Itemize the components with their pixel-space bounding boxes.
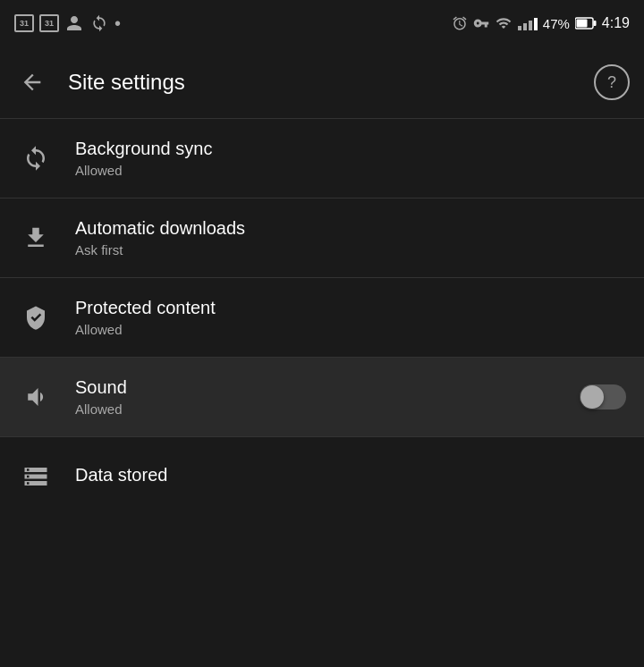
- settings-item-protected-content[interactable]: Protected content Allowed: [0, 278, 644, 357]
- wifi-icon: [495, 15, 513, 31]
- protected-icon: [18, 300, 54, 335]
- sound-title: Sound: [75, 377, 558, 398]
- status-bar: 31 31 • 47%: [0, 0, 644, 46]
- alarm-icon: [452, 15, 468, 31]
- download-icon: [18, 220, 54, 256]
- status-left: 31 31 •: [14, 13, 121, 34]
- automatic-downloads-subtitle: Ask first: [75, 242, 626, 258]
- help-button[interactable]: ?: [594, 64, 630, 100]
- settings-item-sound[interactable]: Sound Allowed: [0, 358, 644, 436]
- status-right: 47% 4:19: [452, 15, 630, 31]
- protected-content-subtitle: Allowed: [75, 322, 626, 337]
- calendar-icon-2: 31: [39, 14, 59, 32]
- battery-percentage: 47%: [543, 16, 570, 31]
- sound-toggle[interactable]: [580, 384, 626, 409]
- background-sync-subtitle: Allowed: [75, 163, 626, 178]
- battery-icon: [575, 15, 597, 31]
- sound-icon: [18, 379, 54, 415]
- status-time: 4:19: [602, 15, 630, 31]
- calendar-icon-1: 31: [14, 14, 34, 32]
- automatic-downloads-text: Automatic downloads Ask first: [75, 218, 626, 258]
- protected-content-title: Protected content: [75, 298, 626, 318]
- svg-rect-2: [576, 20, 587, 28]
- notification-dot: •: [114, 13, 121, 34]
- data-stored-title: Data stored: [75, 465, 626, 485]
- sync-icon-status: [89, 14, 109, 32]
- sound-subtitle: Allowed: [75, 401, 558, 417]
- background-sync-text: Background sync Allowed: [75, 139, 626, 178]
- data-stored-text: Data stored: [75, 465, 626, 489]
- signal-icon: [518, 16, 538, 30]
- protected-content-text: Protected content Allowed: [75, 298, 626, 337]
- sound-text: Sound Allowed: [75, 377, 558, 417]
- svg-rect-1: [593, 21, 596, 26]
- header: Site settings ?: [0, 46, 644, 118]
- settings-item-background-sync[interactable]: Background sync Allowed: [0, 119, 644, 198]
- person-icon: [64, 14, 84, 32]
- sound-toggle-container: [580, 384, 626, 409]
- page-title: Site settings: [68, 70, 576, 95]
- settings-item-automatic-downloads[interactable]: Automatic downloads Ask first: [0, 198, 644, 277]
- automatic-downloads-title: Automatic downloads: [75, 218, 626, 239]
- background-sync-title: Background sync: [75, 139, 626, 159]
- storage-icon: [18, 459, 54, 494]
- back-button[interactable]: [14, 64, 50, 100]
- settings-item-data-stored[interactable]: Data stored: [0, 437, 644, 516]
- key-icon: [473, 15, 489, 31]
- toggle-knob: [580, 385, 604, 409]
- sync-icon: [18, 140, 54, 176]
